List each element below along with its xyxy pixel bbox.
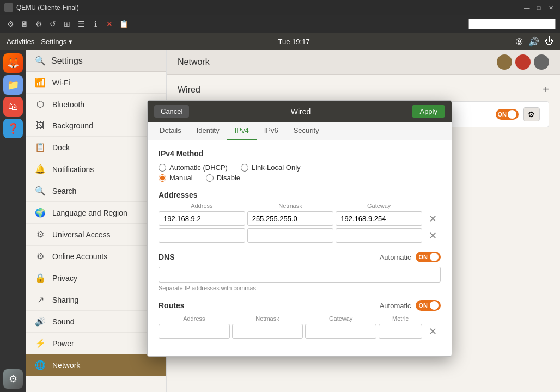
sidebar-item-sound[interactable]: 🔊 Sound [26,311,166,333]
ipv4-method-title: IPv4 Method [159,149,441,158]
routes-remove-1[interactable]: ✕ [424,326,441,338]
wired-toggle-knob [508,110,516,119]
gateway-input-1[interactable] [336,211,422,226]
accessibility-icon[interactable]: ⑨ [515,36,523,47]
tab-ipv4[interactable]: IPv4 [227,122,257,140]
taskbar-windows-icon[interactable]: ⊞ [61,18,73,30]
taskbar-icons: ⚙ 🖥 ⚙ ↺ ⊞ ☰ ℹ ✕ 📋 [4,18,130,30]
netmask-input-2[interactable] [247,228,334,243]
bluetooth-icon: ⬡ [35,99,46,109]
sidebar-item-power[interactable]: ⚡ Power [26,333,166,354]
sidebar-item-wifi[interactable]: 📶 Wi-Fi [26,72,166,94]
taskbar-tools-icon[interactable]: ⚙ [33,18,45,30]
ipv4-dhcp-label: Automatic (DHCP) [169,163,228,171]
sidebar-item-search[interactable]: 🔍 Search [26,180,166,202]
content-title: Network [178,57,210,67]
tab-security[interactable]: Security [286,122,327,140]
tab-ipv6[interactable]: IPv6 [257,122,286,140]
sidebar-item-language[interactable]: 🌍 Language and Region [26,202,166,224]
addr-col-gateway: Gateway [336,203,422,209]
sidebar-item-universal-label: Universal Access [52,230,111,239]
taskbar-clipboard-icon[interactable]: 📋 [118,18,130,30]
dock-settings[interactable]: ⚙ [3,369,23,389]
taskbar-monitor-icon[interactable]: 🖥 [19,18,31,30]
ipv4-linklocal-radio[interactable] [241,164,248,171]
ipv4-radio-row1: Automatic (DHCP) Link-Local Only [159,163,441,171]
universal-icon: ⚙ [35,229,46,240]
dialog-apply-button[interactable]: Apply [412,105,445,118]
ipv4-linklocal-option[interactable]: Link-Local Only [241,163,301,171]
settings-menu-arrow: ▾ [69,38,72,46]
sidebar-item-sharing[interactable]: ↗ Sharing [26,289,166,311]
ipv4-disable-radio[interactable] [206,174,214,182]
wired-toggle[interactable]: ON [496,109,519,120]
routes-metric-input-1[interactable] [379,324,422,339]
sidebar-item-sound-label: Sound [52,317,74,326]
maximize-button[interactable]: □ [534,3,544,13]
ipv4-dhcp-option[interactable]: Automatic (DHCP) [159,163,228,171]
dock-help[interactable]: ❓ [3,119,23,138]
dns-toggle[interactable]: ON [416,252,441,262]
power-icon[interactable]: ⏻ [545,36,553,46]
gateway-input-2[interactable] [336,228,422,243]
header-avatar-area [497,54,549,70]
ipv4-radio-row2: Manual Disable [159,174,441,182]
tab-details[interactable]: Details [152,122,189,140]
network-icon: 🌐 [35,360,46,370]
routes-toggle-row: Automatic ON [380,300,441,311]
window-title: QEMU (Cliente-Final) [16,4,519,11]
sidebar-item-dock[interactable]: 📋 Dock [26,137,166,158]
power-menu-icon: ⚡ [35,338,46,348]
close-button[interactable]: ✕ [546,3,556,13]
routes-gateway-input-1[interactable] [305,324,376,339]
sidebar-item-network-label: Network [52,361,80,370]
wifi-icon: 📶 [35,77,46,88]
netmask-input-1[interactable] [247,211,334,226]
volume-icon[interactable]: 🔊 [528,36,539,47]
sidebar-item-online[interactable]: ⚙ Online Accounts [26,246,166,267]
wired-add-button[interactable]: + [543,83,549,96]
wired-settings-button[interactable]: ⚙ [523,107,540,121]
taskbar-refresh-icon[interactable]: ↺ [47,18,59,30]
dock-firefox[interactable]: 🦊 [3,53,23,73]
sidebar-item-bluetooth[interactable]: ⬡ Bluetooth [26,94,166,115]
sidebar-item-power-label: Power [52,339,74,348]
online-icon: ⚙ [35,251,46,261]
sidebar-item-background[interactable]: 🖼 Background [26,115,166,137]
dialog-cancel-button[interactable]: Cancel [154,105,189,118]
content-header: Network [167,50,560,75]
dock-files[interactable]: 📁 [3,75,23,95]
sidebar-item-universal[interactable]: ⚙ Universal Access [26,224,166,246]
dns-input[interactable] [159,267,441,283]
activities-button[interactable]: Activities [7,38,34,46]
dns-header: DNS Automatic ON [159,252,441,262]
sidebar-item-sharing-label: Sharing [52,296,78,304]
settings-menu-button[interactable]: Settings ▾ [41,38,72,46]
ipv4-manual-option[interactable]: Manual [159,174,193,182]
notifications-icon: 🔔 [35,164,46,174]
taskbar-settings-icon[interactable]: ⚙ [4,18,16,30]
ipv4-dhcp-radio[interactable] [159,164,166,171]
taskbar-close-icon[interactable]: ✕ [104,18,115,30]
routes-netmask-input-1[interactable] [232,324,303,339]
minimize-button[interactable]: — [522,3,532,13]
address-remove-1[interactable]: ✕ [424,213,441,225]
ipv4-manual-radio[interactable] [159,174,166,182]
address-input-1[interactable] [159,211,245,226]
routes-address-input-1[interactable] [159,324,230,339]
sidebar-item-notifications[interactable]: 🔔 Notifications [26,158,166,180]
address-input-2[interactable] [159,228,245,243]
ipv4-disable-option[interactable]: Disable [206,174,240,182]
sidebar-search-icon: 🔍 [35,56,46,66]
taskbar-info-icon[interactable]: ℹ [89,18,101,30]
dock-software[interactable]: 🛍 [3,97,23,117]
sidebar-item-privacy[interactable]: 🔒 Privacy [26,267,166,289]
address-remove-2[interactable]: ✕ [424,230,441,242]
tab-identity[interactable]: Identity [189,122,227,140]
taskbar-menu-icon[interactable]: ☰ [75,18,87,30]
routes-col-headers: Address Netmask Gateway Metric [159,315,441,322]
taskbar-search-input[interactable] [468,19,556,29]
sidebar-title: Settings [51,56,83,66]
routes-toggle[interactable]: ON [416,300,441,311]
sidebar-item-network[interactable]: 🌐 Network [26,354,166,376]
